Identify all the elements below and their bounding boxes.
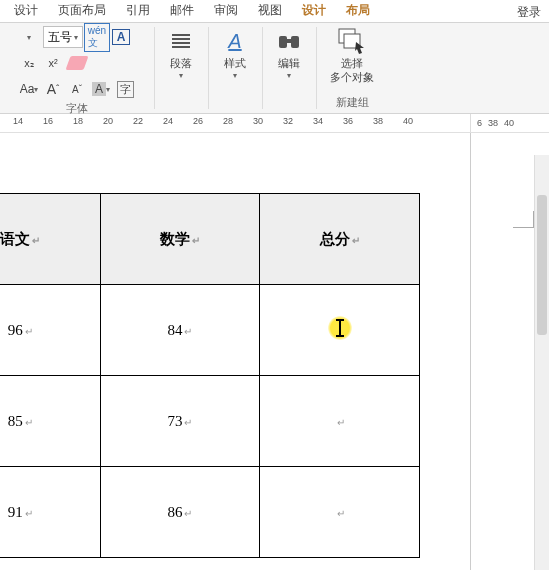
tab-mailings[interactable]: 邮件 <box>160 0 204 22</box>
page: ↵ 语文↵ 数学↵ 总分↵ 96↵ 84↵ 85↵ 73↵ ↵ <box>0 153 440 558</box>
svg-rect-2 <box>286 39 292 43</box>
tab-view[interactable]: 视图 <box>248 0 292 22</box>
cell-math-3[interactable]: 86↵ <box>100 467 260 558</box>
chevron-down-icon: ▾ <box>74 33 78 42</box>
tab-references[interactable]: 引用 <box>116 0 160 22</box>
font-size-value: 五号 <box>48 29 72 46</box>
table-row: 85↵ 73↵ ↵ <box>0 376 420 467</box>
group-edit: 编辑 ▾ <box>262 23 316 113</box>
group-styles: A 样式 ▾ <box>208 23 262 113</box>
header-chinese[interactable]: 语文↵ <box>0 194 100 285</box>
table-row: 96↵ 84↵ <box>0 285 420 376</box>
data-table[interactable]: 语文↵ 数学↵ 总分↵ 96↵ 84↵ 85↵ 73↵ ↵ 91↵ <box>0 193 420 558</box>
character-style-button[interactable]: A <box>111 27 131 47</box>
ribbon-tabs: 设计 页面布局 引用 邮件 审阅 视图 设计 布局 登录 <box>0 0 549 23</box>
text-cursor-icon <box>328 316 352 340</box>
chevron-down-icon: ▾ <box>233 71 237 80</box>
cell-chinese-2[interactable]: 85↵ <box>0 376 100 467</box>
cell-math-1[interactable]: 84↵ <box>100 285 260 376</box>
vertical-scrollbar[interactable] <box>534 155 549 570</box>
clear-formatting-button[interactable] <box>67 53 87 73</box>
page-corner-icon <box>513 211 534 228</box>
change-case-button[interactable]: Aa▾ <box>19 79 39 99</box>
scrollbar-thumb[interactable] <box>537 195 547 335</box>
svg-rect-1 <box>291 36 299 48</box>
paragraph-button[interactable]: 段落 ▾ <box>158 25 204 80</box>
ribbon-body: ▾ 五号 ▾ wén文 A x₂ x² Aa▾ Aˆ Aˇ A▾ 字 字体 <box>0 23 549 114</box>
superscript-button[interactable]: x² <box>43 53 63 73</box>
char-border-button[interactable]: 字 <box>115 79 135 99</box>
table-header-row: 语文↵ 数学↵ 总分↵ <box>0 194 420 285</box>
subscript-button[interactable]: x₂ <box>19 53 39 73</box>
shrink-font-button[interactable]: Aˇ <box>67 79 87 99</box>
group-font: ▾ 五号 ▾ wén文 A x₂ x² Aa▾ Aˆ Aˇ A▾ 字 字体 <box>0 23 154 113</box>
eraser-icon <box>65 56 88 70</box>
cell-chinese-1[interactable]: 96↵ <box>0 285 100 376</box>
group-select: 选择 多个对象 新建组 <box>316 23 388 113</box>
font-size-select[interactable]: 五号 ▾ <box>43 26 83 48</box>
tab-table-design[interactable]: 设计 <box>292 0 336 22</box>
paragraph-lines-icon <box>167 27 195 55</box>
cell-total-3[interactable]: ↵ <box>260 467 420 558</box>
group-select-label: 新建组 <box>320 95 384 111</box>
find-button[interactable]: 编辑 ▾ <box>266 25 312 80</box>
tab-review[interactable]: 审阅 <box>204 0 248 22</box>
tab-page-layout[interactable]: 页面布局 <box>48 0 116 22</box>
chevron-down-icon: ▾ <box>179 71 183 80</box>
svg-rect-0 <box>279 36 287 48</box>
table-row: 91↵ 86↵ ↵ <box>0 467 420 558</box>
highlight-button[interactable]: A▾ <box>91 79 111 99</box>
binoculars-icon <box>275 27 303 55</box>
font-name-chevron-icon[interactable]: ▾ <box>19 27 39 47</box>
cell-total-2[interactable]: ↵ <box>260 376 420 467</box>
chevron-down-icon: ▾ <box>287 71 291 80</box>
grow-font-button[interactable]: Aˆ <box>43 79 63 99</box>
cell-total-1[interactable] <box>260 285 420 376</box>
login-button[interactable]: 登录 <box>513 2 545 23</box>
select-objects-icon <box>338 27 366 55</box>
document-area: ↵ 语文↵ 数学↵ 总分↵ 96↵ 84↵ 85↵ 73↵ ↵ <box>0 133 549 570</box>
phonetic-guide-button[interactable]: wén文 <box>87 27 107 47</box>
styles-button[interactable]: A 样式 ▾ <box>212 25 258 80</box>
tab-table-layout[interactable]: 布局 <box>336 0 380 22</box>
header-math[interactable]: 数学↵ <box>100 194 260 285</box>
header-total[interactable]: 总分↵ <box>260 194 420 285</box>
cell-chinese-3[interactable]: 91↵ <box>0 467 100 558</box>
select-objects-button[interactable]: 选择 多个对象 <box>320 25 384 83</box>
group-paragraph: 段落 ▾ <box>154 23 208 113</box>
styles-icon: A <box>221 27 249 55</box>
cell-math-2[interactable]: 73↵ <box>100 376 260 467</box>
horizontal-ruler[interactable]: 1416182022242628303234363840 63840 <box>0 114 549 133</box>
tab-design-doc[interactable]: 设计 <box>4 0 48 22</box>
